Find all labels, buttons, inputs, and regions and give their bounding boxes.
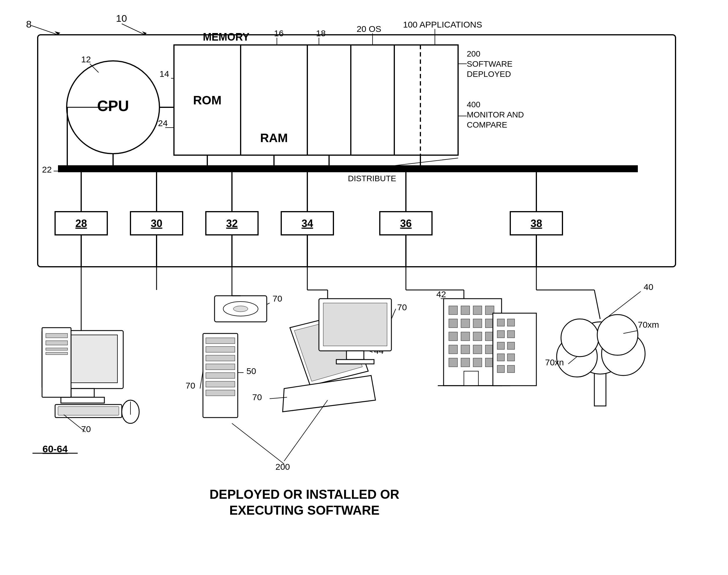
svg-text:100 APPLICATIONS: 100 APPLICATIONS [403,20,482,29]
svg-point-106 [233,306,248,312]
svg-text:70xn: 70xn [545,358,564,367]
diagram-container: CPU ROM RAM MEMORY 16 18 [0,0,728,575]
svg-text:EXECUTING SOFTWARE: EXECUTING SOFTWARE [229,503,380,517]
svg-text:MONITOR AND: MONITOR AND [467,110,524,119]
svg-line-31 [348,158,458,171]
svg-rect-135 [485,319,494,328]
svg-rect-76 [61,397,104,403]
svg-line-108 [267,303,270,304]
svg-text:200: 200 [275,462,290,472]
svg-rect-95 [206,355,235,361]
svg-rect-150 [493,313,536,386]
svg-rect-78 [46,334,68,338]
svg-rect-121 [336,360,374,364]
svg-text:36: 36 [400,217,412,229]
svg-text:DEPLOYED: DEPLOYED [467,70,511,78]
svg-rect-6 [241,45,307,155]
svg-rect-79 [46,341,68,345]
svg-rect-81 [46,352,68,354]
svg-text:70: 70 [185,381,195,390]
svg-line-183 [284,400,327,461]
svg-rect-127 [444,299,501,386]
svg-rect-146 [473,358,482,367]
svg-marker-188 [55,31,60,35]
svg-line-123 [391,309,396,319]
svg-rect-133 [461,319,470,328]
svg-text:20 OS: 20 OS [357,24,381,34]
svg-rect-75 [71,388,94,397]
svg-text:30: 30 [151,217,162,229]
svg-rect-153 [497,331,505,338]
svg-rect-141 [461,345,470,354]
svg-text:ROM: ROM [193,93,221,107]
svg-text:70: 70 [273,294,282,303]
svg-rect-80 [46,348,68,350]
svg-rect-83 [58,407,119,415]
svg-text:CPU: CPU [97,97,129,114]
svg-text:COMPARE: COMPARE [467,120,507,129]
svg-rect-98 [206,381,235,387]
svg-point-105 [223,302,258,316]
svg-text:300: 300 [348,164,361,173]
svg-text:32: 32 [226,217,238,229]
svg-line-115 [362,348,373,352]
svg-rect-131 [485,306,494,315]
svg-rect-134 [473,319,482,328]
svg-line-177 [623,331,638,334]
svg-text:12: 12 [81,55,91,64]
svg-rect-147 [485,358,494,367]
svg-point-167 [574,322,626,374]
svg-rect-148 [464,371,478,386]
svg-text:70: 70 [81,424,91,434]
svg-rect-77 [42,328,71,397]
svg-text:DEPLOYED OR INSTALLED OR: DEPLOYED OR INSTALLED OR [210,487,399,501]
svg-line-117 [270,397,287,399]
svg-rect-159 [497,365,505,373]
svg-rect-93 [206,338,235,344]
svg-rect-144 [449,358,457,367]
svg-rect-74 [48,335,117,383]
svg-text:44: 44 [374,346,384,356]
svg-text:28: 28 [75,217,87,229]
svg-rect-55 [131,212,183,235]
svg-text:70xm: 70xm [638,320,659,329]
svg-rect-142 [473,345,482,354]
svg-rect-157 [497,354,505,361]
svg-rect-37 [58,165,638,172]
svg-point-171 [597,315,638,355]
svg-rect-130 [473,306,482,315]
svg-rect-57 [206,212,258,235]
svg-rect-97 [206,373,235,378]
svg-line-173 [609,292,641,316]
svg-rect-136 [449,332,457,341]
svg-text:400: 400 [467,100,480,109]
svg-text:8: 8 [26,19,32,30]
svg-rect-152 [507,319,515,326]
svg-rect-96 [206,364,235,370]
svg-text:42: 42 [436,290,446,299]
svg-marker-112 [294,317,362,381]
svg-rect-155 [497,342,505,349]
svg-point-169 [601,332,645,375]
svg-rect-63 [510,212,562,235]
svg-text:MEMORY: MEMORY [203,31,250,43]
svg-rect-128 [449,306,457,315]
svg-rect-53 [55,212,107,235]
svg-line-72 [90,64,99,72]
svg-point-168 [557,336,597,377]
svg-rect-139 [485,332,494,341]
svg-text:SOFTWARE: SOFTWARE [467,60,513,68]
svg-text:200: 200 [467,49,480,58]
svg-marker-111 [290,313,368,386]
svg-text:10: 10 [116,13,127,24]
svg-rect-99 [206,390,235,396]
svg-line-187 [31,26,58,35]
svg-rect-119 [323,303,387,346]
svg-text:DISTRIBUTE: DISTRIBUTE [348,174,396,183]
svg-text:24: 24 [158,118,168,128]
svg-text:16: 16 [274,28,283,38]
svg-rect-73 [42,331,123,388]
svg-text:70: 70 [397,302,407,312]
svg-rect-145 [461,358,470,367]
svg-rect-92 [203,334,238,417]
